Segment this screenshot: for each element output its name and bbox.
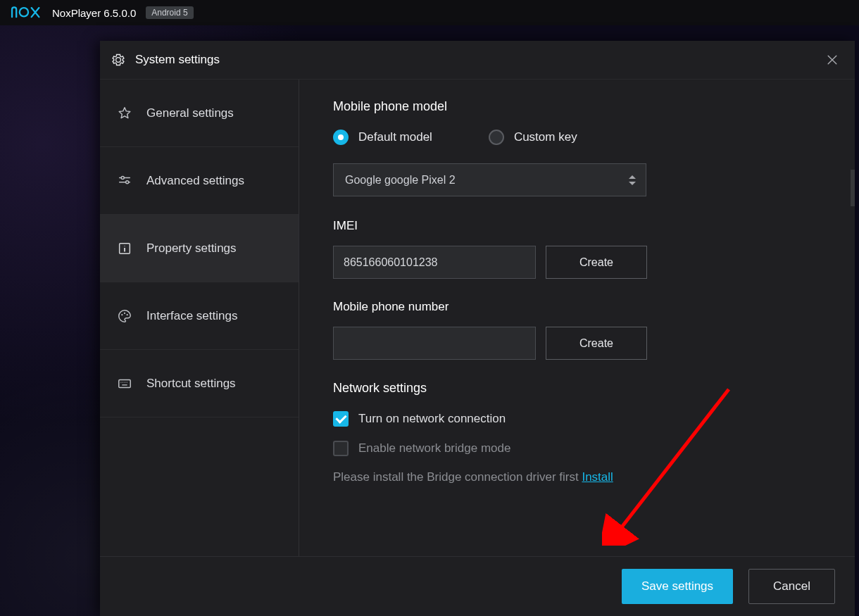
radio-label: Custom key bbox=[514, 130, 577, 144]
phone-number-input[interactable] bbox=[333, 327, 536, 360]
phone-model-select[interactable]: Google google Pixel 2 bbox=[333, 163, 646, 196]
settings-sidebar: General settings Advanced settings bbox=[100, 80, 299, 556]
sliders-icon bbox=[117, 173, 132, 189]
keyboard-icon bbox=[117, 376, 132, 391]
gear-icon bbox=[111, 53, 125, 67]
app-title: NoxPlayer 6.5.0.0 bbox=[52, 7, 136, 19]
imei-input[interactable] bbox=[333, 246, 536, 279]
sidebar-item-interface[interactable]: Interface settings bbox=[100, 282, 299, 350]
android-version-badge: Android 5 bbox=[146, 6, 193, 19]
titlebar: NoxPlayer 6.5.0.0 Android 5 bbox=[0, 0, 859, 25]
phone-model-radio-group: Default model Custom key bbox=[333, 130, 821, 145]
svg-point-2 bbox=[121, 176, 124, 179]
sidebar-item-label: Interface settings bbox=[146, 309, 237, 323]
svg-point-0 bbox=[20, 8, 28, 16]
svg-rect-12 bbox=[119, 379, 131, 387]
select-value: Google google Pixel 2 bbox=[345, 174, 456, 187]
svg-point-4 bbox=[126, 180, 129, 183]
svg-point-11 bbox=[127, 314, 128, 315]
sidebar-item-shortcut[interactable]: Shortcut settings bbox=[100, 350, 299, 417]
sidebar-item-label: Shortcut settings bbox=[146, 377, 236, 391]
sidebar-item-label: Advanced settings bbox=[146, 174, 244, 188]
sidebar-item-advanced[interactable]: Advanced settings bbox=[100, 147, 299, 215]
sidebar-item-general[interactable]: General settings bbox=[100, 80, 299, 147]
checkbox-label: Enable network bridge mode bbox=[358, 441, 510, 455]
radio-icon bbox=[489, 130, 504, 145]
star-icon bbox=[117, 106, 132, 121]
checkbox-icon bbox=[333, 441, 349, 456]
checkbox-label: Turn on network connection bbox=[358, 412, 506, 426]
sidebar-item-label: General settings bbox=[146, 106, 234, 120]
radio-icon bbox=[333, 130, 349, 145]
svg-point-10 bbox=[124, 312, 125, 313]
close-icon[interactable] bbox=[825, 53, 839, 67]
dialog-body: General settings Advanced settings bbox=[100, 80, 855, 556]
network-turn-on-row[interactable]: Turn on network connection bbox=[333, 411, 821, 427]
hint-text: Please install the Bridge connection dri… bbox=[333, 470, 582, 484]
chevron-updown-icon bbox=[629, 175, 636, 185]
palette-icon bbox=[117, 308, 132, 324]
install-link[interactable]: Install bbox=[582, 470, 613, 484]
radio-label: Default model bbox=[358, 130, 432, 144]
network-bridge-row: Enable network bridge mode bbox=[333, 441, 821, 456]
dialog-title: System settings bbox=[135, 53, 220, 67]
bridge-hint: Please install the Bridge connection dri… bbox=[333, 470, 821, 484]
create-imei-button[interactable]: Create bbox=[546, 246, 647, 279]
dialog-footer: Save settings Cancel bbox=[100, 556, 855, 616]
system-settings-dialog: System settings General settings bbox=[100, 41, 855, 616]
dialog-header: System settings bbox=[100, 41, 855, 80]
annotation-arrow bbox=[602, 384, 736, 546]
sidebar-item-property[interactable]: Property settings bbox=[100, 215, 299, 282]
info-square-icon bbox=[117, 241, 132, 256]
checkbox-icon bbox=[333, 411, 349, 427]
nox-logo-icon bbox=[10, 5, 42, 20]
sidebar-item-label: Property settings bbox=[146, 241, 237, 256]
settings-content: Mobile phone model Default model Custom … bbox=[299, 80, 855, 556]
app-logo bbox=[10, 5, 42, 20]
network-settings-title: Network settings bbox=[333, 381, 821, 396]
save-settings-button[interactable]: Save settings bbox=[622, 569, 733, 604]
phone-number-label: Mobile phone number bbox=[333, 300, 821, 314]
phone-model-title: Mobile phone model bbox=[333, 99, 821, 114]
svg-point-9 bbox=[121, 314, 123, 315]
cancel-button[interactable]: Cancel bbox=[748, 569, 835, 604]
scrollbar-thumb[interactable] bbox=[851, 170, 855, 206]
imei-label: IMEI bbox=[333, 219, 821, 233]
radio-default-model[interactable]: Default model bbox=[333, 130, 432, 145]
radio-custom-key[interactable]: Custom key bbox=[489, 130, 577, 145]
create-phone-number-button[interactable]: Create bbox=[546, 327, 647, 360]
